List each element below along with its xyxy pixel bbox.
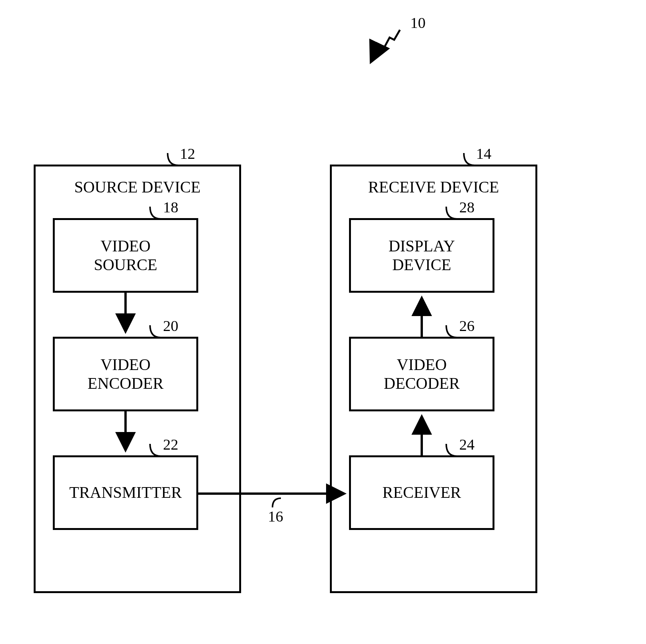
arrow-down-icon — [119, 411, 132, 455]
video-source-block: VIDEO SOURCE — [53, 218, 198, 293]
arrow-down-icon — [119, 293, 132, 337]
diagram-canvas: { "figure_ref": "10", "source_device": {… — [0, 0, 646, 644]
display-device-label: DISPLAY DEVICE — [388, 237, 455, 274]
source-device-title: SOURCE DEVICE — [36, 178, 239, 196]
video-decoder-block: VIDEO DECODER — [349, 337, 494, 411]
receiver-block: RECEIVER — [349, 455, 494, 530]
arrow-up-icon — [415, 293, 429, 337]
video-encoder-block: VIDEO ENCODER — [53, 337, 198, 411]
receive-device-title: RECEIVE DEVICE — [332, 178, 535, 196]
receive-device-ref: 14 — [476, 145, 491, 163]
receiver-ref: 24 — [459, 435, 475, 453]
arrow-up-icon — [415, 411, 429, 455]
video-encoder-label: VIDEO ENCODER — [88, 355, 163, 393]
source-device-ref: 12 — [180, 145, 195, 163]
figure-ref-label: 10 — [410, 14, 426, 32]
transmitter-ref: 22 — [163, 435, 178, 453]
video-source-ref: 18 — [163, 198, 178, 216]
link-ref: 16 — [268, 507, 283, 525]
video-encoder-ref: 20 — [163, 317, 178, 335]
display-device-ref: 28 — [459, 198, 475, 216]
transmitter-block: TRANSMITTER — [53, 455, 198, 530]
transmitter-label: TRANSMITTER — [69, 483, 182, 502]
display-device-block: DISPLAY DEVICE — [349, 218, 494, 293]
video-decoder-label: VIDEO DECODER — [384, 355, 460, 393]
receiver-label: RECEIVER — [382, 483, 461, 502]
video-source-label: VIDEO SOURCE — [94, 237, 157, 274]
video-decoder-ref: 26 — [459, 317, 475, 335]
